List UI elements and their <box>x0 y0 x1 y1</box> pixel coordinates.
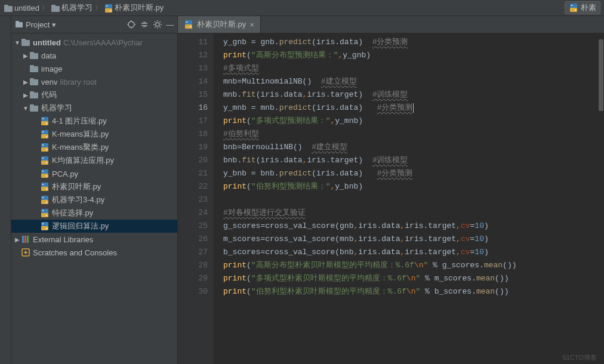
project-tree[interactable]: ▼untitledC:\Users\AAAA\Pychar▶dataimage▶… <box>11 33 177 364</box>
tree-file-item[interactable]: K-means算法.py <box>11 128 177 141</box>
line-number: 18 <box>178 128 208 141</box>
tab-current-file[interactable]: 朴素贝叶斯.py × <box>178 16 261 33</box>
code-line[interactable]: y_gnb = gnb.predict(iris.data) #分类预测 <box>223 36 604 49</box>
code-line[interactable]: print("多项式型朴素贝叶斯模型的平均精度：%.6f\n" % m_scor… <box>223 272 604 285</box>
code-line[interactable]: print("高斯分布型朴素贝叶斯模型的平均精度：%.6f\n" % g_sco… <box>223 259 604 272</box>
code-line[interactable]: print("高斯分布型预测结果：",y_gnb) <box>223 49 604 62</box>
tree-file-item[interactable]: 逻辑回归算法.py <box>11 220 177 233</box>
code-line[interactable]: #对各模型进行交叉验证 <box>223 206 604 220</box>
breadcrumb-item[interactable]: untitled <box>4 4 39 13</box>
svg-point-70 <box>42 210 44 211</box>
code-line[interactable]: print("伯努利型预测结果：",y_bnb) <box>223 180 604 193</box>
code-line[interactable] <box>223 193 604 206</box>
code-line[interactable]: g_scores=cross_val_score(gnb,iris.data,i… <box>223 220 604 233</box>
chevron-down-icon[interactable]: ▾ <box>52 20 56 29</box>
svg-rect-1 <box>4 5 8 7</box>
hide-panel-icon[interactable]: — <box>166 20 174 29</box>
line-number: 25 <box>178 220 208 233</box>
svg-rect-45 <box>41 134 48 138</box>
tree-folder-item[interactable]: ▶代码 <box>11 88 177 101</box>
svg-rect-65 <box>41 200 48 204</box>
code-line[interactable]: b_scores=cross_val_score(bnb,iris.data,i… <box>223 246 604 259</box>
tree-folder-item[interactable]: ▶External Libraries <box>11 233 177 246</box>
panel-title: Project <box>26 20 50 29</box>
gear-icon[interactable] <box>153 20 162 29</box>
code-line[interactable]: mnb=MultinomialNB() #建立模型 <box>223 75 604 88</box>
code-line[interactable]: m_scores=cross_val_score(mnb,iris.data,i… <box>223 233 604 246</box>
tree-arrow-icon[interactable]: ▼ <box>22 105 29 112</box>
tree-folder-item[interactable]: ▶data <box>11 49 177 62</box>
svg-point-19 <box>156 23 159 26</box>
tree-arrow-icon[interactable]: ▶ <box>22 53 29 59</box>
svg-point-63 <box>46 189 47 190</box>
svg-rect-31 <box>30 52 34 54</box>
svg-rect-57 <box>41 174 48 178</box>
tree-file-item[interactable]: PCA.py <box>11 167 177 180</box>
tree-arrow-icon[interactable]: ▶ <box>22 79 29 85</box>
tool-window-stripe[interactable] <box>0 16 11 364</box>
svg-rect-33 <box>30 65 34 67</box>
tree-folder-item[interactable]: ▼untitledC:\Users\AAAA\Pychar <box>11 36 177 49</box>
line-number: 29 <box>178 272 208 285</box>
code-content[interactable]: y_gnb = gnb.predict(iris.data) #分类预测prin… <box>214 33 604 364</box>
svg-rect-29 <box>21 39 26 41</box>
tree-folder-item[interactable]: Scratches and Consoles <box>11 246 177 259</box>
svg-point-51 <box>46 149 47 150</box>
code-line[interactable]: bnb=BernoulliNB() #建立模型 <box>223 141 604 154</box>
project-panel: Project ▾ — ▼untitledC:\Users\AAAA\Pycha… <box>11 16 178 364</box>
line-number: 30 <box>178 285 208 298</box>
code-line[interactable]: y_bnb = bnb.predict(iris.data) #分类预测 <box>223 167 604 180</box>
code-line[interactable]: y_mnb = mnb.predict(iris.data) #分类预测 <box>223 101 604 115</box>
breadcrumb-item[interactable]: 机器学习 <box>51 2 93 13</box>
tree-item-label: 特征选择.py <box>52 208 93 218</box>
code-line[interactable]: bnb.fit(iris.data,iris.target) #训练模型 <box>223 154 604 167</box>
collapse-all-icon[interactable] <box>140 20 149 29</box>
code-line[interactable]: print("多项式型预测结果：",y_mnb) <box>223 115 604 128</box>
lib-icon <box>21 235 30 244</box>
tree-arrow-icon[interactable]: ▼ <box>14 39 21 46</box>
tree-folder-item[interactable]: ▼机器学习 <box>11 101 177 115</box>
line-number: 23 <box>178 193 208 206</box>
svg-rect-76 <box>22 236 24 243</box>
svg-rect-12 <box>16 22 23 27</box>
scrollbar[interactable] <box>597 33 604 364</box>
tree-file-item[interactable]: K-means聚类.py <box>11 141 177 154</box>
code-line[interactable]: mnb.fit(iris.data,iris.target) #训练模型 <box>223 88 604 101</box>
tree-file-item[interactable]: 机器学习3-4.py <box>11 193 177 206</box>
tree-item-hint: C:\Users\AAAA\Pychar <box>63 38 143 47</box>
locate-icon[interactable] <box>127 20 136 29</box>
close-icon[interactable]: × <box>249 20 254 29</box>
line-number: 17 <box>178 115 208 128</box>
tree-item-label: K-means算法.py <box>52 129 109 140</box>
code-editor[interactable]: 1112131415161718192021222324252627282930… <box>178 33 604 364</box>
svg-rect-78 <box>27 236 29 243</box>
line-number: 12 <box>178 49 208 62</box>
code-line[interactable]: #多项式型 <box>223 62 604 75</box>
tree-file-item[interactable]: K均值算法应用.py <box>11 154 177 167</box>
svg-point-55 <box>46 162 47 164</box>
tree-file-item[interactable]: 特征选择.py <box>11 206 177 220</box>
line-number: 26 <box>178 233 208 246</box>
folder-icon <box>4 4 12 12</box>
code-line[interactable]: print("伯努利型朴素贝叶斯模型的平均精度：%.6f\n" % b_scor… <box>223 285 604 298</box>
folder-icon <box>29 90 39 100</box>
tree-file-item[interactable]: 朴素贝叶斯.py <box>11 180 177 193</box>
watermark: 51CTO博客 <box>563 353 597 362</box>
svg-point-47 <box>46 136 47 137</box>
svg-point-82 <box>186 21 187 23</box>
line-number: 27 <box>178 246 208 259</box>
svg-point-54 <box>42 158 44 159</box>
folder-icon <box>29 51 39 60</box>
svg-rect-77 <box>24 236 26 243</box>
line-number: 20 <box>178 154 208 167</box>
tree-arrow-icon[interactable]: ▶ <box>14 236 21 243</box>
run-config-button[interactable]: 朴素 <box>565 1 600 14</box>
tree-file-item[interactable]: 4-1 图片压缩.py <box>11 115 177 128</box>
tree-folder-item[interactable]: ▶venvlibrary root <box>11 75 177 88</box>
tree-folder-item[interactable]: image <box>11 62 177 75</box>
code-line[interactable]: #伯努利型 <box>223 128 604 141</box>
tree-item-label: K均值算法应用.py <box>52 155 114 166</box>
tab-label: 朴素贝叶斯.py <box>197 19 246 30</box>
tree-arrow-icon[interactable]: ▶ <box>22 92 29 98</box>
breadcrumb-item[interactable]: 朴素贝叶斯.py <box>104 2 164 13</box>
